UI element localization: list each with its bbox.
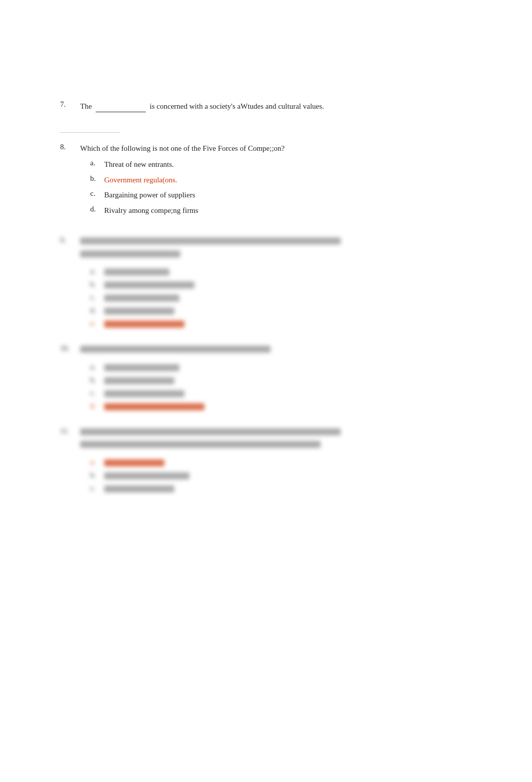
question-8-number: 8. [60,143,80,151]
question-7: 7. The is concerned with a society's aWt… [60,100,472,112]
choice-8d-text: Rivalry among compe;ng firms [104,205,198,216]
choice-8a-text: Threat of new entrants. [104,159,174,170]
question-11-text [80,427,472,453]
question-9-choices: a. b. c. d. e. [90,267,472,329]
question-8-choices: a. Threat of new entrants. b. Government… [90,159,472,216]
choice-8c: c. Bargaining power of suppliers [90,189,472,201]
question-7-number: 7. [60,100,80,109]
question-11-number: 11. [60,427,80,435]
question-10-text [80,344,472,358]
choice-8c-text: Bargaining power of suppliers [104,189,195,201]
choice-8b-label: b. [90,174,104,183]
question-7-blank [96,100,146,112]
question-11: 11. a. b. c. [60,427,472,494]
question-9-number: 9. [60,236,80,244]
question-8-text: Which of the following is not one of the… [80,143,472,154]
question-10-number: 10. [60,344,80,353]
choice-8d-label: d. [90,205,104,213]
choice-8b: b. Government regula(ons. [90,174,472,186]
question-8: 8. Which of the following is not one of … [60,143,472,216]
choice-8a: a. Threat of new entrants. [90,159,472,170]
choice-8b-text: Government regula(ons. [104,174,177,186]
question-10-choices: a. b. c. d. [90,363,472,412]
question-11-choices: a. b. c. [90,458,472,494]
question-10: 10. a. b. c. d. [60,344,472,412]
question-9-text [80,236,472,262]
question-7-text: The is concerned with a society's aWtude… [80,100,472,112]
choice-8c-label: c. [90,189,104,198]
choice-8a-label: a. [90,159,104,167]
separator [60,132,120,133]
choice-8d: d. Rivalry among compe;ng firms [90,205,472,216]
question-9: 9. a. b. c. d. e. [60,236,472,329]
